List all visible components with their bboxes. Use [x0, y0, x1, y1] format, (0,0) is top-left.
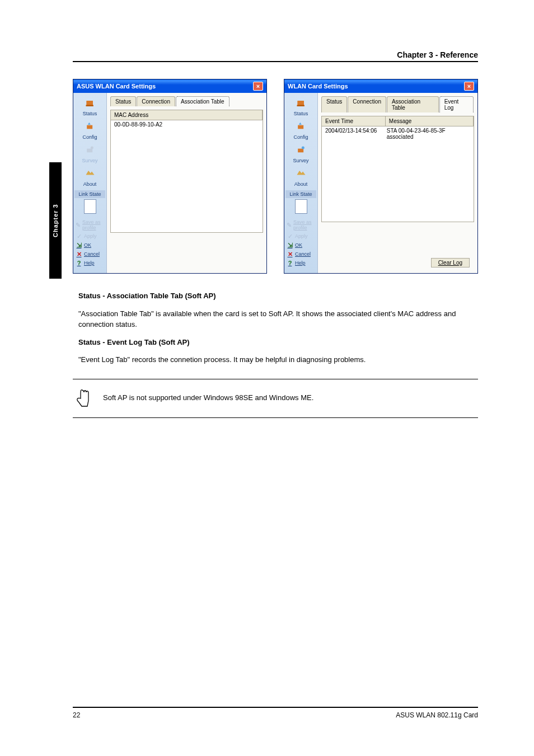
asus-settings-dialog: ASUS WLAN Card Settings × Status Config — [73, 79, 267, 274]
cancel-button[interactable]: ✕ Cancel — [287, 250, 315, 259]
apply-icon: ✓ — [287, 233, 293, 240]
sidebar-item-about[interactable]: About — [285, 166, 316, 189]
assoc-paragraph: "Association Table Tab" is available whe… — [78, 308, 478, 330]
survey-icon — [293, 144, 309, 157]
apply-icon: ✓ — [76, 233, 82, 240]
cancel-button[interactable]: ✕ Cancel — [76, 250, 104, 259]
close-icon[interactable]: × — [464, 82, 474, 91]
tab-status[interactable]: Status — [110, 96, 136, 106]
eventlog-section-title: Status - Event Log Tab (Soft AP) — [78, 337, 478, 348]
sidebar: Status Config Survey About Link State — [284, 93, 318, 273]
save-profile-button: ✎ Save as profile — [76, 218, 104, 232]
status-icon — [82, 97, 98, 110]
dialog-title: ASUS WLAN Card Settings — [77, 83, 156, 90]
ok-button[interactable]: ⇲ OK — [287, 241, 315, 250]
apply-button: ✓ Apply — [76, 232, 104, 241]
assoc-section-title: Status - Association Table Tab (Soft AP) — [78, 290, 478, 302]
main-panel: Status Connection Association Table Even… — [318, 93, 477, 273]
col-event-time[interactable]: Event Time — [322, 116, 386, 126]
tab-connection[interactable]: Connection — [348, 96, 386, 112]
help-icon: ? — [76, 260, 82, 266]
col-message[interactable]: Message — [386, 116, 474, 126]
survey-icon — [82, 144, 98, 157]
product-name: ASUS WLAN 802.11g Card — [396, 711, 478, 719]
sidebar-item-survey[interactable]: Survey — [285, 142, 316, 166]
side-tab: Chapter 3 — [49, 162, 62, 279]
wlan-settings-dialog: WLAN Card Settings × Status Config Surv — [284, 79, 478, 274]
tab-connection[interactable]: Connection — [137, 96, 175, 106]
clear-log-button[interactable]: Clear Log — [431, 258, 470, 267]
cancel-icon: ✕ — [76, 251, 82, 257]
sidebar-item-status[interactable]: Status — [74, 95, 105, 119]
note-callout: Soft AP is not supported under Windows 9… — [73, 379, 478, 418]
table-row[interactable]: 00-0D-88-99-10-A2 — [111, 120, 263, 129]
about-icon — [82, 168, 98, 180]
tab-event-log[interactable]: Event Log — [439, 96, 474, 112]
titlebar[interactable]: WLAN Card Settings × — [284, 79, 477, 93]
mac-value: 00-0D-88-99-10-A2 — [111, 120, 166, 129]
link-state-label: Link State — [285, 190, 316, 198]
event-log-table: Event Time Message 2004/02/13-14:54:06 S… — [321, 116, 474, 222]
sidebar: Status Config Survey About Link State — [73, 93, 107, 273]
association-table: MAC Address 00-0D-88-99-10-A2 — [110, 110, 263, 233]
status-icon — [293, 97, 309, 110]
main-panel: Status Connection Association Table MAC … — [107, 93, 266, 273]
table-row[interactable]: 2004/02/13-14:54:06 STA 00-04-23-46-85-3… — [322, 126, 474, 141]
event-time-value: 2004/02/13-14:54:06 — [322, 126, 383, 141]
config-icon — [82, 121, 98, 133]
sidebar-item-status[interactable]: Status — [285, 95, 316, 119]
ok-icon: ⇲ — [287, 242, 293, 248]
tab-association-table[interactable]: Association Table — [176, 96, 229, 106]
dialog-title: WLAN Card Settings — [288, 83, 348, 90]
help-button[interactable]: ? Help — [76, 259, 104, 267]
hand-icon — [73, 388, 93, 408]
config-icon — [293, 121, 309, 133]
help-icon: ? — [287, 260, 293, 266]
message-value: STA 00-04-23-46-85-3F associated — [383, 126, 474, 141]
svg-rect-0 — [86, 105, 93, 107]
svg-point-1 — [90, 147, 93, 149]
tab-status[interactable]: Status — [321, 96, 347, 112]
sidebar-item-about[interactable]: About — [74, 166, 105, 189]
close-icon[interactable]: × — [253, 82, 263, 91]
save-icon: ✎ — [287, 222, 292, 228]
help-button[interactable]: ? Help — [287, 259, 315, 267]
cancel-icon: ✕ — [287, 251, 293, 257]
sidebar-item-config[interactable]: Config — [285, 119, 316, 142]
titlebar[interactable]: ASUS WLAN Card Settings × — [73, 79, 266, 93]
ok-button[interactable]: ⇲ OK — [76, 241, 104, 250]
sidebar-item-config[interactable]: Config — [74, 119, 105, 142]
svg-point-3 — [301, 147, 304, 149]
link-state-icon — [84, 199, 96, 214]
apply-button: ✓ Apply — [287, 232, 315, 241]
link-state-label: Link State — [74, 190, 105, 198]
ok-icon: ⇲ — [76, 242, 82, 248]
tab-association-table[interactable]: Association Table — [387, 96, 439, 112]
eventlog-paragraph: "Event Log Tab" records the connetion pr… — [78, 354, 478, 365]
page-number: 22 — [73, 711, 80, 719]
col-mac-address[interactable]: MAC Address — [111, 110, 263, 120]
save-icon: ✎ — [76, 222, 81, 228]
about-icon — [293, 168, 309, 180]
svg-rect-2 — [297, 105, 304, 107]
note-text: Soft AP is not supported under Windows 9… — [103, 393, 313, 403]
save-profile-button: ✎ Save as profile — [287, 218, 315, 232]
link-state-icon — [295, 199, 307, 214]
chapter-title: Chapter 3 - Reference — [73, 50, 478, 59]
sidebar-item-survey: Survey — [74, 142, 105, 166]
